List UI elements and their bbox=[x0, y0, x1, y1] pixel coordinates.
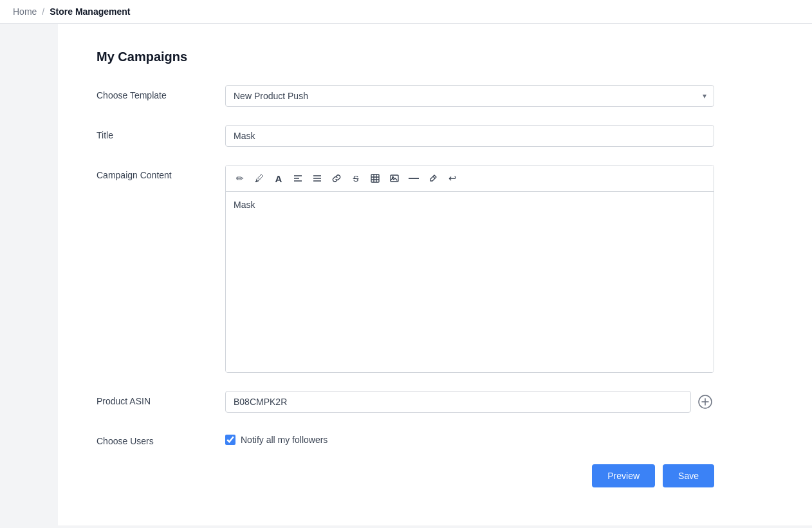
add-asin-button[interactable] bbox=[696, 393, 714, 411]
notify-followers-checkbox[interactable] bbox=[225, 435, 235, 445]
horizontal-rule-icon[interactable]: — bbox=[405, 169, 423, 187]
align-left-icon[interactable] bbox=[289, 169, 307, 187]
brush-icon[interactable]: 🖊 bbox=[250, 169, 268, 187]
product-asin-row: Product ASIN bbox=[97, 391, 773, 413]
content-area: My Campaigns Choose Template New Product… bbox=[58, 24, 812, 525]
table-icon[interactable] bbox=[366, 169, 384, 187]
campaign-content-field: ✏ 🖊 A S bbox=[225, 165, 714, 373]
template-select[interactable]: New Product Push Sale Announcement Newsl… bbox=[225, 85, 714, 107]
title-label: Title bbox=[97, 125, 225, 140]
page-title: My Campaigns bbox=[97, 50, 773, 64]
svg-line-13 bbox=[433, 176, 435, 178]
svg-rect-6 bbox=[371, 174, 379, 182]
undo-icon[interactable]: ↩ bbox=[443, 169, 461, 187]
choose-users-row: Choose Users Notify all my followers bbox=[97, 431, 773, 446]
svg-point-12 bbox=[392, 177, 394, 178]
product-asin-label: Product ASIN bbox=[97, 391, 225, 406]
notify-followers-label[interactable]: Notify all my followers bbox=[241, 435, 328, 445]
notify-followers-wrapper: Notify all my followers bbox=[225, 431, 714, 445]
align-justify-icon[interactable] bbox=[308, 169, 326, 187]
choose-users-label: Choose Users bbox=[97, 431, 225, 446]
campaign-content-row: Campaign Content ✏ 🖊 A bbox=[97, 165, 773, 373]
asin-input-row bbox=[225, 391, 714, 413]
breadcrumb-separator: / bbox=[42, 6, 44, 17]
marker-icon[interactable] bbox=[424, 169, 442, 187]
sidebar bbox=[0, 24, 58, 525]
title-row: Title bbox=[97, 125, 773, 147]
form-actions: Preview Save bbox=[97, 464, 714, 487]
strikethrough-icon[interactable]: S bbox=[347, 169, 365, 187]
image-icon[interactable] bbox=[385, 169, 403, 187]
editor-content[interactable]: Mask bbox=[226, 192, 714, 372]
breadcrumb-current: Store Management bbox=[50, 6, 130, 17]
breadcrumb: Home / Store Management bbox=[0, 0, 812, 24]
font-icon[interactable]: A bbox=[270, 169, 288, 187]
preview-button[interactable]: Preview bbox=[592, 464, 655, 487]
product-asin-field bbox=[225, 391, 714, 413]
template-select-wrapper: New Product Push Sale Announcement Newsl… bbox=[225, 85, 714, 107]
breadcrumb-home[interactable]: Home bbox=[13, 6, 37, 17]
pencil-icon[interactable]: ✏ bbox=[231, 169, 249, 187]
editor-toolbar: ✏ 🖊 A S bbox=[226, 165, 714, 192]
link-icon[interactable] bbox=[328, 169, 346, 187]
title-input[interactable] bbox=[225, 125, 714, 147]
choose-template-field: New Product Push Sale Announcement Newsl… bbox=[225, 85, 714, 107]
editor-container: ✏ 🖊 A S bbox=[225, 165, 714, 373]
save-button[interactable]: Save bbox=[663, 464, 714, 487]
asin-input[interactable] bbox=[225, 391, 691, 413]
campaign-content-label: Campaign Content bbox=[97, 165, 225, 180]
choose-template-label: Choose Template bbox=[97, 85, 225, 100]
choose-users-field: Notify all my followers bbox=[225, 431, 714, 445]
title-field bbox=[225, 125, 714, 147]
choose-template-row: Choose Template New Product Push Sale An… bbox=[97, 85, 773, 107]
